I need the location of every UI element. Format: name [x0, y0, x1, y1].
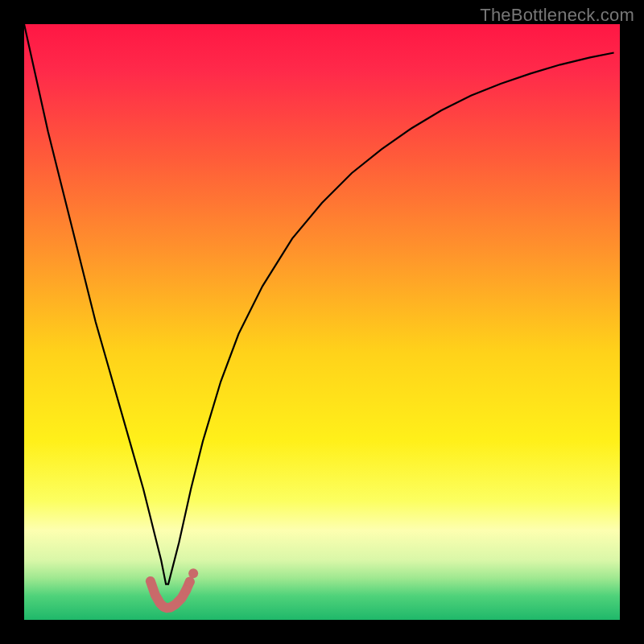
chart-frame	[24, 24, 620, 620]
svg-point-1	[185, 577, 195, 587]
svg-point-2	[188, 568, 198, 578]
chart-background	[24, 24, 620, 620]
watermark-text: TheBottleneck.com	[480, 5, 634, 26]
svg-point-0	[181, 585, 191, 595]
chart-plot	[24, 24, 620, 620]
